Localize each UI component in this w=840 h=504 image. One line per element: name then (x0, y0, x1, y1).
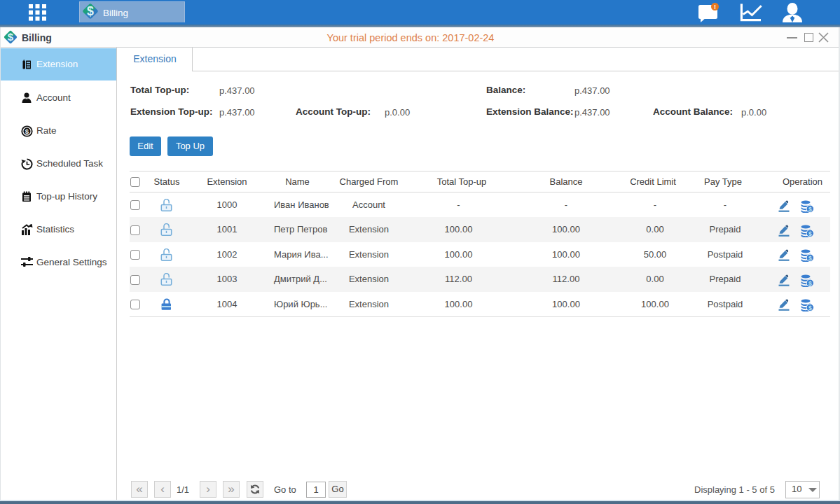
svg-text:!: ! (714, 4, 716, 10)
svg-text:$: $ (25, 127, 29, 135)
